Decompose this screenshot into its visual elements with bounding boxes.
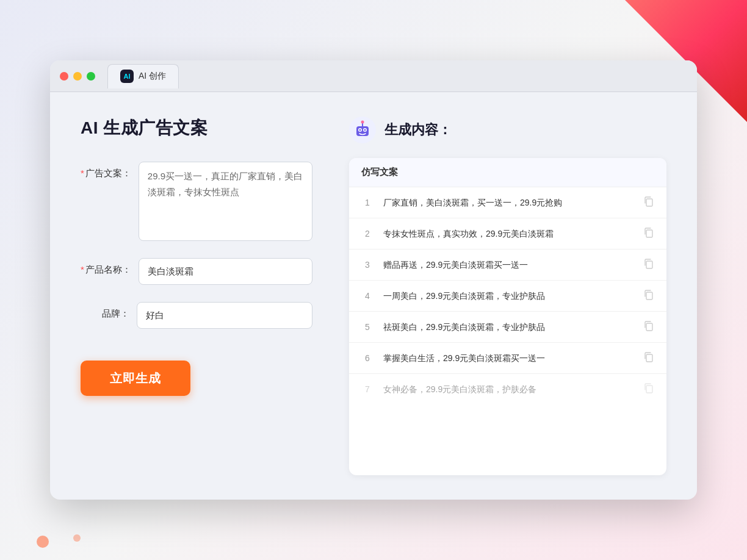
result-text-3: 赠品再送，29.9元美白淡斑霜买一送一	[383, 259, 633, 271]
brand-row: 品牌：	[81, 302, 312, 329]
right-header: 生成内容：	[349, 117, 666, 143]
result-num-7: 7	[361, 384, 374, 394]
result-num-2: 2	[361, 229, 374, 239]
svg-point-3	[361, 121, 364, 124]
copy-icon-3[interactable]	[643, 258, 654, 271]
right-title: 生成内容：	[384, 121, 452, 139]
result-num-4: 4	[361, 291, 374, 301]
copy-icon-2[interactable]	[643, 227, 654, 240]
result-row-7: 7女神必备，29.9元美白淡斑霜，护肤必备	[349, 374, 666, 404]
svg-rect-12	[646, 323, 652, 331]
main-content: AI 生成广告文案 *广告文案： 29.9买一送一，真正的厂家直销，美白淡斑霜，…	[50, 92, 697, 500]
svg-rect-14	[646, 386, 652, 393]
results-container: 仿写文案 1厂家直销，美白淡斑霜，买一送一，29.9元抢购 2专抹女性斑点，真实…	[349, 158, 666, 475]
svg-rect-11	[646, 292, 652, 300]
product-name-label: *产品名称：	[81, 258, 131, 276]
result-num-5: 5	[361, 322, 374, 332]
result-row-6: 6掌握美白生活，29.9元美白淡斑霜买一送一	[349, 343, 666, 374]
browser-chrome: AI AI 创作	[50, 60, 697, 92]
result-num-1: 1	[361, 198, 374, 207]
copy-icon-1[interactable]	[643, 196, 654, 209]
page-title: AI 生成广告文案	[81, 117, 312, 140]
copy-icon-5[interactable]	[643, 320, 654, 334]
svg-point-7	[364, 129, 366, 131]
brand-input[interactable]	[137, 302, 312, 329]
tab-label: AI 创作	[139, 71, 166, 82]
results-list: 1厂家直销，美白淡斑霜，买一送一，29.9元抢购 2专抹女性斑点，真实功效，29…	[349, 187, 666, 404]
ad-copy-row: *广告文案： 29.9买一送一，真正的厂家直销，美白淡斑霜，专抹女性斑点	[81, 162, 312, 241]
result-text-1: 厂家直销，美白淡斑霜，买一送一，29.9元抢购	[383, 196, 633, 209]
ad-copy-label: *广告文案：	[81, 162, 131, 179]
svg-rect-10	[646, 261, 652, 268]
result-row-2: 2专抹女性斑点，真实功效，29.9元美白淡斑霜	[349, 218, 666, 249]
copy-icon-7[interactable]	[643, 382, 654, 396]
svg-point-6	[359, 129, 361, 131]
maximize-button[interactable]	[87, 72, 95, 81]
left-panel: AI 生成广告文案 *广告文案： 29.9买一送一，真正的厂家直销，美白淡斑霜，…	[81, 117, 312, 475]
browser-tab[interactable]: AI AI 创作	[107, 64, 179, 88]
result-num-6: 6	[361, 353, 374, 363]
result-text-4: 一周美白，29.9元美白淡斑霜，专业护肤品	[383, 290, 633, 303]
required-star-2: *	[81, 264, 84, 275]
result-text-7: 女神必备，29.9元美白淡斑霜，护肤必备	[383, 383, 633, 396]
result-num-3: 3	[361, 260, 374, 270]
tab-ai-icon: AI	[120, 70, 134, 83]
copy-icon-4[interactable]	[643, 289, 654, 303]
svg-rect-8	[646, 199, 652, 206]
brand-label: 品牌：	[81, 302, 129, 320]
required-star-1: *	[81, 168, 84, 178]
result-row-5: 5祛斑美白，29.9元美白淡斑霜，专业护肤品	[349, 312, 666, 343]
result-row-4: 4一周美白，29.9元美白淡斑霜，专业护肤品	[349, 281, 666, 312]
minimize-button[interactable]	[73, 72, 82, 81]
close-button[interactable]	[60, 72, 68, 81]
result-row-1: 1厂家直销，美白淡斑霜，买一送一，29.9元抢购	[349, 187, 666, 218]
traffic-lights	[60, 72, 95, 81]
copy-icon-6[interactable]	[643, 351, 654, 365]
result-row-3: 3赠品再送，29.9元美白淡斑霜买一送一	[349, 249, 666, 281]
svg-rect-9	[646, 230, 652, 237]
generate-button[interactable]: 立即生成	[81, 361, 190, 396]
result-text-2: 专抹女性斑点，真实功效，29.9元美白淡斑霜	[383, 228, 633, 240]
bg-decoration-dot-2	[73, 534, 81, 542]
result-text-6: 掌握美白生活，29.9元美白淡斑霜买一送一	[383, 352, 633, 365]
product-name-input[interactable]	[139, 258, 312, 285]
bg-decoration-dot-1	[37, 536, 49, 548]
results-header: 仿写文案	[349, 158, 666, 187]
browser-window: AI AI 创作 AI 生成广告文案 *广告文案： 29.9买一送一，真正的厂家…	[50, 60, 697, 500]
svg-rect-13	[646, 354, 652, 362]
result-text-5: 祛斑美白，29.9元美白淡斑霜，专业护肤品	[383, 321, 633, 334]
right-panel: 生成内容： 仿写文案 1厂家直销，美白淡斑霜，买一送一，29.9元抢购 2专抹女…	[349, 117, 666, 475]
ad-copy-textarea[interactable]: 29.9买一送一，真正的厂家直销，美白淡斑霜，专抹女性斑点	[139, 162, 312, 241]
robot-icon	[349, 117, 376, 143]
product-name-row: *产品名称：	[81, 258, 312, 285]
